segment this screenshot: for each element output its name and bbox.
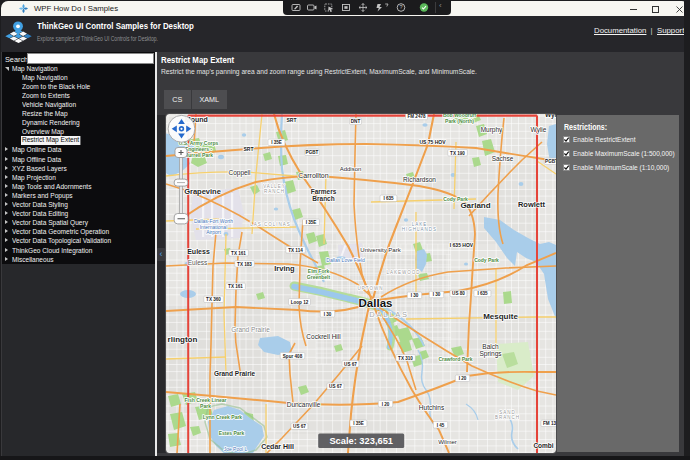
svg-text:Scale: 323,651: Scale: 323,651: [329, 436, 393, 446]
svg-text:I 35E: I 35E: [271, 140, 282, 145]
svg-text:Lynn Creek Park: Lynn Creek Park: [202, 414, 241, 420]
svg-text:DALLAS: DALLAS: [369, 310, 409, 319]
svg-text:LAKE: LAKE: [411, 222, 427, 227]
svg-text:TX 183: TX 183: [237, 262, 252, 267]
svg-text:Carrollton: Carrollton: [298, 172, 328, 179]
svg-text:Combi: Combi: [533, 442, 553, 449]
svg-text:UPTOWN: UPTOWN: [357, 286, 383, 291]
svg-text:TX 310: TX 310: [398, 356, 413, 361]
svg-text:FM 13: FM 13: [542, 421, 555, 426]
svg-text:Coppell: Coppell: [228, 169, 251, 177]
svg-text:Greenbelt: Greenbelt: [306, 274, 330, 280]
svg-text:TX 161: TX 161: [228, 284, 243, 289]
svg-text:Joe Pool L: Joe Pool L: [223, 446, 247, 452]
svg-text:LAS COLINAS: LAS COLINAS: [250, 222, 291, 227]
svg-text:I 20: I 20: [458, 376, 466, 381]
svg-text:SRT: SRT: [286, 117, 296, 123]
svg-text:Branch: Branch: [312, 195, 334, 202]
svg-text:I 35E: I 35E: [305, 220, 316, 225]
svg-text:Cody Park: Cody Park: [474, 257, 499, 263]
svg-text:Irving: Irving: [274, 264, 295, 273]
svg-text:I 30: I 30: [410, 293, 418, 298]
svg-text:BRANCH: BRANCH: [494, 415, 519, 420]
svg-text:Grand Prairie: Grand Prairie: [213, 370, 255, 377]
svg-text:Dallas Love Field: Dallas Love Field: [326, 257, 365, 263]
svg-text:Airport: Airport: [206, 229, 221, 235]
svg-text:Grand Prairie: Grand Prairie: [231, 326, 270, 333]
svg-text:Sachse: Sachse: [491, 155, 513, 162]
svg-text:DNT: DNT: [350, 119, 360, 124]
svg-text:rlington: rlington: [167, 335, 197, 344]
svg-text:Addison: Addison: [339, 166, 361, 172]
svg-text:US 80: US 80: [452, 291, 465, 296]
svg-text:Farmers: Farmers: [310, 188, 336, 195]
svg-text:RANCH: RANCH: [263, 189, 284, 194]
svg-text:US 67: US 67: [344, 362, 357, 367]
svg-text:Spur 408: Spur 408: [282, 354, 302, 359]
svg-text:SRT: SRT: [243, 146, 253, 152]
svg-text:I 635: I 635: [383, 196, 394, 201]
svg-text:I 635: I 635: [477, 291, 488, 296]
svg-text:TX 360: TX 360: [206, 297, 221, 302]
svg-text:Grapevine: Grapevine: [184, 187, 221, 196]
svg-text:I 635 HOV: I 635 HOV: [449, 242, 473, 248]
svg-text:US 67: US 67: [293, 424, 306, 429]
svg-text:Park (North): Park (North): [445, 118, 474, 124]
svg-text:Springs: Springs: [479, 350, 502, 358]
svg-text:Murphy: Murphy: [480, 126, 502, 134]
svg-text:PGBT: PGBT: [305, 150, 318, 155]
svg-text:SAND: SAND: [499, 410, 516, 415]
svg-text:University Park: University Park: [360, 247, 401, 253]
svg-text:Richardson: Richardson: [403, 176, 436, 183]
svg-text:TX 161: TX 161: [231, 251, 246, 256]
svg-text:Garland: Garland: [460, 201, 490, 210]
svg-text:TX 114: TX 114: [288, 248, 303, 253]
svg-text:?: ?: [399, 4, 402, 10]
svg-text:I 30: I 30: [432, 292, 440, 297]
svg-text:Wylie: Wylie: [530, 126, 546, 134]
svg-text:I 20: I 20: [381, 402, 389, 407]
svg-text:HIGHLANDS: HIGHLANDS: [401, 227, 436, 232]
svg-text:Rowlett: Rowlett: [517, 200, 545, 209]
svg-text:FM 2478: FM 2478: [407, 114, 426, 119]
svg-text:Cody Park: Cody Park: [443, 196, 468, 202]
svg-text:US 67: US 67: [329, 384, 342, 389]
svg-text:Hutchins: Hutchins: [418, 404, 444, 411]
svg-text:PGBT: PGBT: [545, 159, 556, 164]
svg-text:LAKEWOOD: LAKEWOOD: [386, 270, 420, 275]
svg-text:Dallas: Dallas: [358, 297, 392, 309]
svg-text:Estes Park: Estes Park: [218, 430, 244, 436]
svg-text:Murrell Park: Murrell Park: [184, 152, 213, 158]
svg-text:Wilmer: Wilmer: [438, 439, 457, 445]
svg-text:Cedar Hill: Cedar Hill: [261, 443, 294, 450]
svg-text:I 45: I 45: [436, 423, 444, 428]
svg-text:Loop 12: Loop 12: [290, 300, 308, 305]
svg-text:Euless: Euless: [187, 248, 210, 255]
svg-text:Mesquite: Mesquite: [483, 312, 518, 321]
svg-text:US 75 HOV: US 75 HOV: [419, 139, 446, 145]
svg-text:Balch: Balch: [482, 343, 499, 350]
svg-text:Euless: Euless: [187, 259, 207, 266]
svg-text:I 35E: I 35E: [353, 421, 364, 426]
svg-text:TX 190: TX 190: [450, 151, 465, 156]
svg-text:Duncanville: Duncanville: [286, 401, 320, 408]
svg-text:Crawford Park: Crawford Park: [438, 356, 472, 362]
svg-text:Cockrell Hill: Cockrell Hill: [306, 333, 341, 340]
svg-text:I 30: I 30: [323, 312, 331, 317]
svg-text:Park: Park: [200, 403, 211, 409]
